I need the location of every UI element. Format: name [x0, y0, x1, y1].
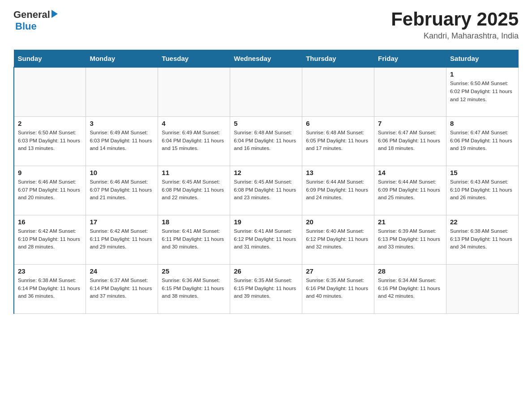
- day-number: 21: [378, 218, 442, 226]
- calendar-cell: 5Sunrise: 6:48 AM Sunset: 6:04 PM Daylig…: [230, 116, 302, 166]
- calendar-cell: 4Sunrise: 6:49 AM Sunset: 6:04 PM Daylig…: [158, 116, 230, 166]
- calendar-cell: 22Sunrise: 6:38 AM Sunset: 6:13 PM Dayli…: [446, 215, 519, 264]
- weekday-friday: Friday: [374, 50, 446, 68]
- calendar-cell: 24Sunrise: 6:37 AM Sunset: 6:14 PM Dayli…: [86, 264, 158, 313]
- day-info: Sunrise: 6:34 AM Sunset: 6:16 PM Dayligh…: [378, 277, 442, 300]
- day-number: 7: [378, 120, 442, 127]
- calendar-cell: [374, 67, 446, 116]
- day-number: 12: [234, 169, 298, 176]
- day-info: Sunrise: 6:39 AM Sunset: 6:13 PM Dayligh…: [378, 227, 442, 251]
- calendar-cell: 2Sunrise: 6:50 AM Sunset: 6:03 PM Daylig…: [14, 116, 86, 166]
- weekday-monday: Monday: [86, 50, 158, 68]
- calendar-subtitle: Kandri, Maharashtra, India: [391, 31, 519, 41]
- day-number: 25: [162, 267, 226, 275]
- day-info: Sunrise: 6:35 AM Sunset: 6:16 PM Dayligh…: [306, 277, 370, 300]
- logo-blue-text: Blue: [15, 21, 37, 32]
- day-info: Sunrise: 6:45 AM Sunset: 6:08 PM Dayligh…: [234, 178, 298, 202]
- weekday-thursday: Thursday: [302, 50, 374, 68]
- day-number: 15: [450, 169, 515, 176]
- day-info: Sunrise: 6:36 AM Sunset: 6:15 PM Dayligh…: [162, 277, 226, 300]
- day-info: Sunrise: 6:42 AM Sunset: 6:11 PM Dayligh…: [90, 227, 154, 251]
- day-number: 23: [18, 267, 82, 275]
- calendar-cell: [86, 67, 158, 116]
- calendar-cell: [446, 264, 519, 313]
- logo-triangle-icon: [51, 10, 58, 20]
- title-area: February 2025 Kandri, Maharashtra, India: [391, 9, 519, 41]
- day-number: 26: [234, 267, 298, 275]
- day-number: 24: [90, 267, 154, 275]
- day-info: Sunrise: 6:50 AM Sunset: 6:02 PM Dayligh…: [450, 80, 515, 103]
- calendar-cell: 27Sunrise: 6:35 AM Sunset: 6:16 PM Dayli…: [302, 264, 374, 313]
- day-number: 18: [162, 218, 226, 226]
- calendar-cell: 25Sunrise: 6:36 AM Sunset: 6:15 PM Dayli…: [158, 264, 230, 313]
- calendar-cell: 11Sunrise: 6:45 AM Sunset: 6:08 PM Dayli…: [158, 166, 230, 215]
- day-number: 17: [90, 218, 154, 226]
- day-number: 22: [450, 218, 515, 226]
- calendar-cell: 26Sunrise: 6:35 AM Sunset: 6:15 PM Dayli…: [230, 264, 302, 313]
- calendar-week-2: 2Sunrise: 6:50 AM Sunset: 6:03 PM Daylig…: [14, 116, 519, 166]
- day-info: Sunrise: 6:38 AM Sunset: 6:13 PM Dayligh…: [450, 227, 515, 251]
- day-info: Sunrise: 6:40 AM Sunset: 6:12 PM Dayligh…: [306, 227, 370, 251]
- calendar-week-3: 9Sunrise: 6:46 AM Sunset: 6:07 PM Daylig…: [14, 166, 519, 215]
- logo: General Blue: [13, 9, 58, 32]
- day-info: Sunrise: 6:46 AM Sunset: 6:07 PM Dayligh…: [18, 178, 82, 202]
- day-number: 13: [306, 169, 370, 176]
- weekday-header-row: SundayMondayTuesdayWednesdayThursdayFrid…: [14, 50, 519, 68]
- calendar-cell: 1Sunrise: 6:50 AM Sunset: 6:02 PM Daylig…: [446, 67, 519, 116]
- calendar-cell: 13Sunrise: 6:44 AM Sunset: 6:09 PM Dayli…: [302, 166, 374, 215]
- day-info: Sunrise: 6:42 AM Sunset: 6:10 PM Dayligh…: [18, 227, 82, 251]
- calendar-cell: 10Sunrise: 6:46 AM Sunset: 6:07 PM Dayli…: [86, 166, 158, 215]
- day-number: 28: [378, 267, 442, 275]
- calendar-cell: 23Sunrise: 6:38 AM Sunset: 6:14 PM Dayli…: [14, 264, 86, 313]
- calendar-cell: [14, 67, 86, 116]
- day-info: Sunrise: 6:48 AM Sunset: 6:04 PM Dayligh…: [234, 129, 298, 153]
- day-info: Sunrise: 6:48 AM Sunset: 6:05 PM Dayligh…: [306, 129, 370, 153]
- day-number: 1: [450, 70, 515, 78]
- calendar-cell: 17Sunrise: 6:42 AM Sunset: 6:11 PM Dayli…: [86, 215, 158, 264]
- calendar-cell: 28Sunrise: 6:34 AM Sunset: 6:16 PM Dayli…: [374, 264, 446, 313]
- weekday-sunday: Sunday: [14, 50, 86, 68]
- calendar-cell: 9Sunrise: 6:46 AM Sunset: 6:07 PM Daylig…: [14, 166, 86, 215]
- weekday-tuesday: Tuesday: [158, 50, 230, 68]
- calendar-cell: 7Sunrise: 6:47 AM Sunset: 6:06 PM Daylig…: [374, 116, 446, 166]
- day-info: Sunrise: 6:38 AM Sunset: 6:14 PM Dayligh…: [18, 277, 82, 300]
- calendar-week-5: 23Sunrise: 6:38 AM Sunset: 6:14 PM Dayli…: [14, 264, 519, 313]
- calendar-cell: 18Sunrise: 6:41 AM Sunset: 6:11 PM Dayli…: [158, 215, 230, 264]
- logo-general-text: General: [13, 9, 50, 21]
- calendar-cell: 6Sunrise: 6:48 AM Sunset: 6:05 PM Daylig…: [302, 116, 374, 166]
- calendar-cell: [158, 67, 230, 116]
- calendar-cell: 20Sunrise: 6:40 AM Sunset: 6:12 PM Dayli…: [302, 215, 374, 264]
- day-info: Sunrise: 6:41 AM Sunset: 6:12 PM Dayligh…: [234, 227, 298, 251]
- calendar-cell: 12Sunrise: 6:45 AM Sunset: 6:08 PM Dayli…: [230, 166, 302, 215]
- day-number: 8: [450, 120, 515, 127]
- calendar-week-4: 16Sunrise: 6:42 AM Sunset: 6:10 PM Dayli…: [14, 215, 519, 264]
- calendar-title: February 2025: [391, 9, 519, 30]
- weekday-wednesday: Wednesday: [230, 50, 302, 68]
- day-info: Sunrise: 6:47 AM Sunset: 6:06 PM Dayligh…: [450, 129, 515, 153]
- day-number: 27: [306, 267, 370, 275]
- calendar-cell: 3Sunrise: 6:49 AM Sunset: 6:03 PM Daylig…: [86, 116, 158, 166]
- calendar-header: SundayMondayTuesdayWednesdayThursdayFrid…: [14, 50, 519, 68]
- calendar-week-1: 1Sunrise: 6:50 AM Sunset: 6:02 PM Daylig…: [14, 67, 519, 116]
- calendar-cell: 8Sunrise: 6:47 AM Sunset: 6:06 PM Daylig…: [446, 116, 519, 166]
- day-number: 5: [234, 120, 298, 127]
- day-info: Sunrise: 6:41 AM Sunset: 6:11 PM Dayligh…: [162, 227, 226, 251]
- day-info: Sunrise: 6:37 AM Sunset: 6:14 PM Dayligh…: [90, 277, 154, 300]
- day-info: Sunrise: 6:44 AM Sunset: 6:09 PM Dayligh…: [306, 178, 370, 202]
- day-number: 6: [306, 120, 370, 127]
- day-info: Sunrise: 6:46 AM Sunset: 6:07 PM Dayligh…: [90, 178, 154, 202]
- day-number: 14: [378, 169, 442, 176]
- day-number: 11: [162, 169, 226, 176]
- day-info: Sunrise: 6:43 AM Sunset: 6:10 PM Dayligh…: [450, 178, 515, 202]
- calendar-cell: 16Sunrise: 6:42 AM Sunset: 6:10 PM Dayli…: [14, 215, 86, 264]
- day-info: Sunrise: 6:49 AM Sunset: 6:03 PM Dayligh…: [90, 129, 154, 153]
- day-number: 9: [18, 169, 82, 176]
- calendar-cell: 19Sunrise: 6:41 AM Sunset: 6:12 PM Dayli…: [230, 215, 302, 264]
- day-number: 2: [18, 120, 82, 127]
- calendar-cell: [230, 67, 302, 116]
- day-number: 4: [162, 120, 226, 127]
- day-number: 16: [18, 218, 82, 226]
- day-info: Sunrise: 6:35 AM Sunset: 6:15 PM Dayligh…: [234, 277, 298, 300]
- day-info: Sunrise: 6:44 AM Sunset: 6:09 PM Dayligh…: [378, 178, 442, 202]
- calendar-cell: 21Sunrise: 6:39 AM Sunset: 6:13 PM Dayli…: [374, 215, 446, 264]
